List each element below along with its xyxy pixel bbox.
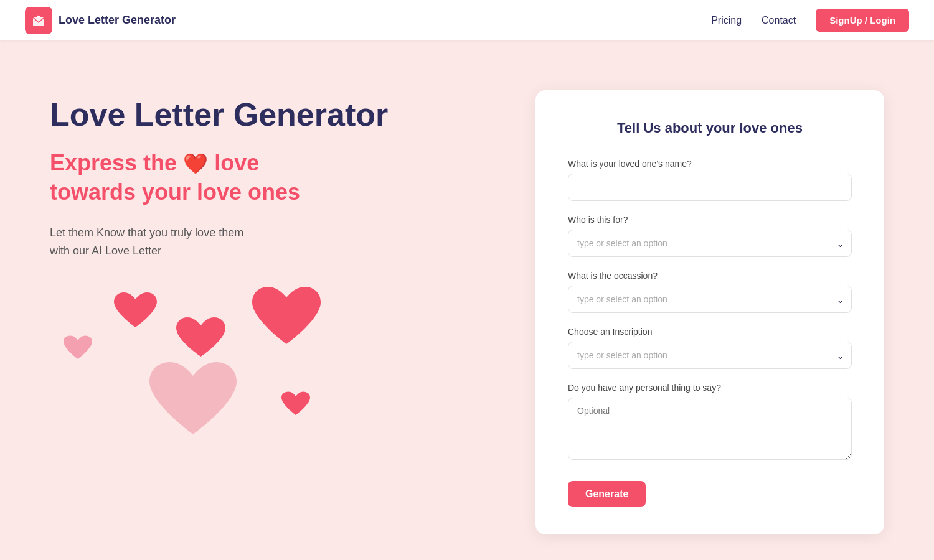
tagline-prefix: Express the (50, 150, 177, 175)
hero-section: Love Letter Generator Express the ❤️ lov… (50, 90, 498, 459)
description-line2: with our AI Love Letter (50, 245, 161, 257)
occasion-select-wrapper: type or select an option ⌄ (568, 286, 852, 313)
occasion-select[interactable]: type or select an option (568, 286, 852, 313)
who-for-select[interactable]: type or select an option (568, 230, 852, 257)
personal-message-field-group: Do you have any personal thing to say? (568, 383, 852, 462)
name-field-group: What is your loved one's name? (568, 159, 852, 201)
logo-text: Love Letter Generator (59, 14, 176, 27)
who-for-label: Who is this for? (568, 215, 852, 225)
inscription-select[interactable]: type or select an option (568, 342, 852, 369)
description-line1: Let them Know that you truly love them (50, 226, 243, 239)
who-for-field-group: Who is this for? type or select an optio… (568, 215, 852, 257)
nav-links: Pricing Contact SignUp / Login (711, 9, 909, 32)
contact-link[interactable]: Contact (762, 15, 796, 26)
signup-button[interactable]: SignUp / Login (816, 9, 909, 32)
inscription-select-wrapper: type or select an option ⌄ (568, 342, 852, 369)
occasion-field-group: What is the occassion? type or select an… (568, 271, 852, 313)
heart-large-right (249, 285, 324, 353)
pricing-link[interactable]: Pricing (711, 15, 742, 26)
tagline: Express the ❤️ lovetowards your love one… (50, 149, 498, 207)
logo-icon (25, 7, 52, 34)
heart-small-left (62, 335, 93, 363)
page-title: Love Letter Generator (50, 96, 498, 134)
logo[interactable]: Love Letter Generator (25, 7, 176, 34)
generate-button[interactable]: Generate (568, 481, 646, 507)
heart-large-bottom (146, 360, 240, 447)
heart-medium-center (174, 316, 227, 363)
name-label: What is your loved one's name? (568, 159, 852, 169)
navbar: Love Letter Generator Pricing Contact Si… (0, 0, 934, 40)
form-card: Tell Us about your love ones What is you… (535, 90, 884, 534)
heart-medium-topleft (112, 291, 159, 334)
who-for-select-wrapper: type or select an option ⌄ (568, 230, 852, 257)
hearts-decoration (50, 285, 349, 459)
personal-message-label: Do you have any personal thing to say? (568, 383, 852, 393)
main-content: Love Letter Generator Express the ❤️ lov… (0, 40, 934, 559)
description: Let them Know that you truly love them w… (50, 224, 498, 260)
personal-message-textarea[interactable] (568, 398, 852, 460)
inscription-field-group: Choose an Inscription type or select an … (568, 327, 852, 369)
heart-emoji: ❤️ (183, 151, 208, 177)
occasion-label: What is the occassion? (568, 271, 852, 281)
loved-one-name-input[interactable] (568, 174, 852, 201)
inscription-label: Choose an Inscription (568, 327, 852, 337)
form-title: Tell Us about your love ones (568, 120, 852, 136)
heart-small-right (280, 391, 311, 419)
